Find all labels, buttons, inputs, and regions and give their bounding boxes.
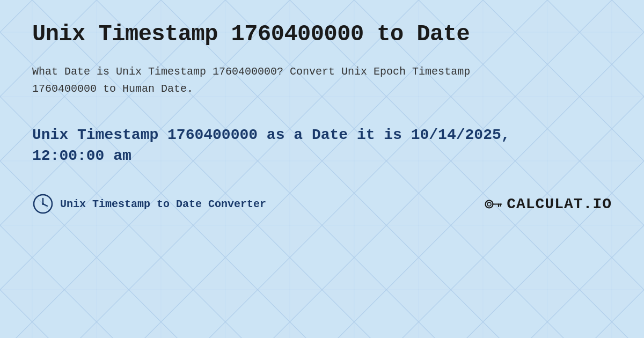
result-text: Unix Timestamp 1760400000 as a Date it i… — [32, 124, 542, 166]
svg-point-15 — [487, 202, 491, 206]
logo-section: CALCULAT.IO — [484, 195, 612, 214]
footer: Unix Timestamp to Date Converter CALCULA… — [32, 193, 612, 215]
footer-link[interactable]: Unix Timestamp to Date Converter — [60, 198, 266, 210]
svg-point-14 — [486, 200, 493, 208]
svg-point-13 — [42, 203, 44, 205]
clock-icon — [32, 193, 54, 215]
page-title: Unix Timestamp 1760400000 to Date — [32, 21, 612, 47]
logo-icon — [484, 195, 502, 214]
footer-left: Unix Timestamp to Date Converter — [32, 193, 266, 215]
description-text: What Date is Unix Timestamp 1760400000? … — [32, 63, 515, 98]
result-section: Unix Timestamp 1760400000 as a Date it i… — [32, 124, 612, 166]
logo-text: CALCULAT.IO — [507, 196, 612, 212]
